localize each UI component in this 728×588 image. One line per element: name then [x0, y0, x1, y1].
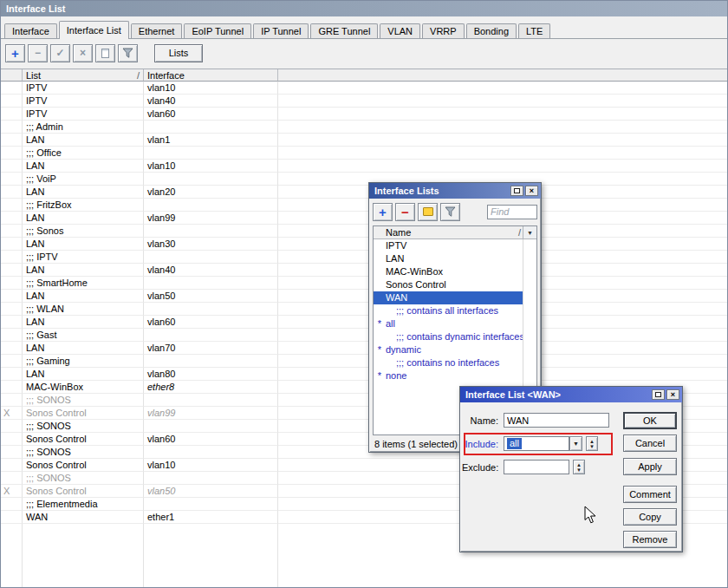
row-flag: [1, 303, 23, 316]
plus-icon: +: [11, 46, 19, 61]
wan-dialog: Interface List <WAN> × Name: Include: al…: [459, 386, 683, 552]
row-list: ;;; FritzBox: [23, 199, 144, 212]
apply-button[interactable]: Apply: [623, 458, 677, 475]
include-updown-button[interactable]: ▲ ▼: [586, 436, 598, 451]
row-flag: [374, 330, 386, 343]
table-row[interactable]: LANvlan70: [1, 342, 727, 355]
window-titlebar[interactable]: Interface List: [1, 1, 727, 16]
cancel-button[interactable]: Cancel: [623, 434, 677, 452]
find-input[interactable]: [487, 205, 537, 219]
table-row[interactable]: ;;; FritzBox: [1, 199, 727, 212]
table-row[interactable]: ;;; Gaming: [1, 355, 727, 368]
hide-button[interactable]: [510, 186, 523, 196]
tab-interface-list[interactable]: Interface List: [59, 21, 129, 39]
close-icon: ×: [671, 391, 675, 399]
exclude-updown-button[interactable]: ▲ ▼: [573, 460, 585, 474]
table-row[interactable]: LANvlan60: [1, 316, 727, 329]
tab-bonding[interactable]: Bonding: [466, 23, 517, 38]
table-row[interactable]: LANvlan10: [1, 160, 727, 173]
tab-eoip-tunnel[interactable]: EoIP Tunnel: [184, 23, 251, 38]
sort-indicator: /: [518, 227, 521, 238]
name-field[interactable]: [504, 413, 609, 428]
list-item[interactable]: MAC-WinBox: [374, 265, 523, 278]
table-row[interactable]: ;;; Admin: [1, 121, 727, 134]
table-row[interactable]: ;;; WLAN: [1, 303, 727, 316]
row-list: WAN: [23, 511, 144, 524]
table-row[interactable]: LANvlan30: [1, 238, 727, 251]
add-button[interactable]: +: [373, 203, 393, 221]
name-column-header[interactable]: Name: [386, 226, 518, 238]
tab-vlan[interactable]: VLAN: [380, 23, 420, 38]
tab-ethernet[interactable]: Ethernet: [131, 23, 183, 38]
table-header: List / Interface: [1, 69, 727, 82]
list-item[interactable]: Sonos Control: [374, 278, 523, 291]
comment-button[interactable]: [95, 44, 115, 62]
ok-button[interactable]: OK: [623, 412, 677, 429]
exclude-field[interactable]: [504, 460, 569, 474]
list-column-header[interactable]: List /: [23, 69, 144, 82]
tab-interface[interactable]: Interface: [4, 23, 57, 38]
disable-button[interactable]: ×: [73, 44, 93, 62]
remove-button[interactable]: Remove: [623, 531, 677, 548]
row-interface: [144, 147, 278, 160]
close-button[interactable]: ×: [525, 186, 538, 196]
include-dropdown-button[interactable]: ▼: [569, 436, 582, 451]
table-row[interactable]: LANvlan50: [1, 290, 727, 303]
interface-column-header[interactable]: Interface: [144, 69, 278, 82]
list-item[interactable]: ;;; contains all interfaces: [374, 304, 523, 317]
row-interface: vlan70: [144, 342, 278, 355]
table-row[interactable]: LANvlan80: [1, 368, 727, 381]
table-row[interactable]: ;;; Gast: [1, 329, 727, 342]
tab-lte[interactable]: LTE: [518, 23, 550, 38]
column-select-button[interactable]: ▼: [523, 226, 536, 238]
table-row[interactable]: LANvlan99: [1, 212, 727, 225]
table-row[interactable]: LANvlan40: [1, 264, 727, 277]
list-item[interactable]: ;;; contains dynamic interfaces: [374, 330, 523, 343]
add-button[interactable]: +: [5, 44, 25, 62]
table-row[interactable]: ;;; SmartHome: [1, 277, 727, 290]
row-interface: ether8: [144, 381, 278, 394]
remove-button[interactable]: −: [28, 44, 48, 62]
list-item[interactable]: IPTV: [374, 239, 523, 252]
row-interface: vlan40: [144, 264, 278, 277]
row-name: Sonos Control: [386, 278, 523, 291]
enable-button[interactable]: ✓: [50, 44, 70, 62]
tab-gre-tunnel[interactable]: GRE Tunnel: [310, 23, 378, 38]
hide-button[interactable]: [652, 389, 665, 400]
list-item[interactable]: *all: [374, 317, 523, 330]
row-list: Sonos Control: [23, 485, 144, 498]
table-row[interactable]: LANvlan20: [1, 186, 727, 199]
comment-button[interactable]: [418, 203, 438, 221]
table-row[interactable]: IPTVvlan60: [1, 108, 727, 121]
table-row[interactable]: ;;; Office: [1, 147, 727, 160]
row-interface: [144, 251, 278, 264]
table-row[interactable]: IPTVvlan40: [1, 95, 727, 108]
comment-button[interactable]: Comment: [623, 486, 677, 503]
table-row[interactable]: ;;; IPTV: [1, 251, 727, 264]
table-row[interactable]: ;;; Sonos: [1, 225, 727, 238]
filter-button[interactable]: [118, 44, 138, 62]
row-flag: [374, 252, 386, 265]
tab-vrrp[interactable]: VRRP: [422, 23, 465, 38]
table-row[interactable]: IPTVvlan10: [1, 82, 727, 95]
tab-ip-tunnel[interactable]: IP Tunnel: [253, 23, 309, 38]
dialog-titlebar[interactable]: Interface Lists ×: [369, 183, 541, 199]
dialog-titlebar[interactable]: Interface List <WAN> ×: [460, 387, 682, 402]
include-field[interactable]: all: [504, 436, 569, 451]
list-item[interactable]: LAN: [374, 252, 523, 265]
filter-button[interactable]: [440, 203, 460, 221]
list-item[interactable]: *none: [374, 369, 523, 382]
list-item[interactable]: *dynamic: [374, 343, 523, 356]
table-row[interactable]: LANvlan1: [1, 134, 727, 147]
row-interface: vlan50: [144, 290, 278, 303]
flag-column-header[interactable]: [1, 69, 23, 82]
dialog-title: Interface List <WAN>: [465, 389, 561, 400]
list-item[interactable]: ;;; contains no interfaces: [374, 356, 523, 369]
remove-button[interactable]: −: [395, 203, 415, 221]
row-list: LAN: [23, 134, 144, 147]
lists-button[interactable]: Lists: [154, 44, 203, 62]
list-item[interactable]: WAN: [374, 291, 523, 304]
table-row[interactable]: ;;; VoiP: [1, 173, 727, 186]
copy-button[interactable]: Copy: [623, 508, 677, 526]
close-button[interactable]: ×: [666, 389, 679, 400]
